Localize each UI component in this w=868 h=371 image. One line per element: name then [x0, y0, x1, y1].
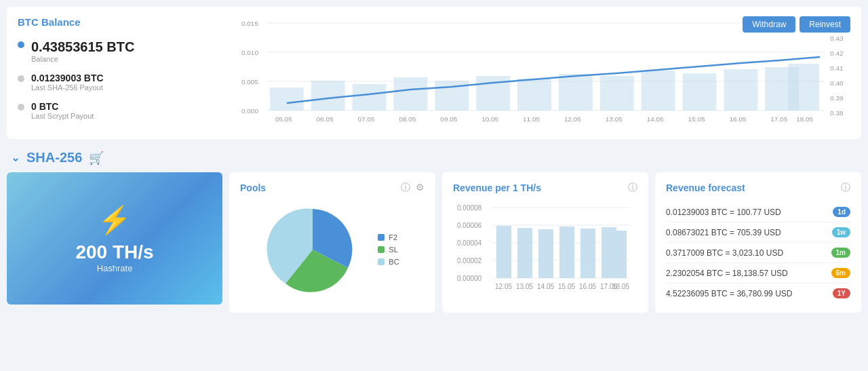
pie-legend: F2 SL BC — [378, 233, 399, 266]
revenue-th-panel: Revenue per 1 TH/s ⓘ 0.00008 0.00006 0.0… — [442, 172, 648, 313]
pools-panel: Pools ⓘ ⚙ — [229, 172, 435, 313]
balance-chart-svg: 0.015 0.010 0.005 0.000 0.44 0.43 0.42 0… — [241, 16, 850, 125]
forecast-item: 0.01239003 BTC = 100.77 USD 1d — [666, 202, 850, 222]
forecast-info-icon[interactable]: ⓘ — [841, 182, 850, 194]
chevron-down-icon[interactable]: ⌄ — [11, 151, 20, 164]
svg-rect-53 — [496, 226, 511, 278]
balance-dot-scrypt — [18, 104, 24, 111]
main-balance-value: 0.43853615 BTC — [31, 39, 134, 55]
pools-icons: ⓘ ⚙ — [401, 182, 425, 194]
forecast-item-text: 0.08673021 BTC = 705.39 USD — [666, 228, 781, 237]
forecast-icons: ⓘ — [841, 182, 850, 194]
svg-text:15.05: 15.05 — [688, 115, 705, 123]
svg-text:0.39: 0.39 — [830, 94, 844, 102]
svg-text:0.42: 0.42 — [830, 50, 844, 57]
svg-text:11.05: 11.05 — [523, 115, 540, 123]
legend-dot-bc — [378, 258, 384, 265]
svg-rect-17 — [353, 84, 387, 111]
svg-rect-23 — [600, 76, 634, 111]
svg-text:0.00006: 0.00006 — [457, 222, 482, 229]
legend-dot-f2 — [378, 234, 384, 241]
svg-rect-25 — [683, 73, 717, 111]
forecast-item-badge: 1m — [831, 248, 850, 258]
forecast-item: 0.08673021 BTC = 705.39 USD 1w — [666, 222, 850, 243]
forecast-items: 0.01239003 BTC = 100.77 USD 1d 0.0867302… — [666, 202, 850, 303]
pools-info-icon[interactable]: ⓘ — [401, 182, 410, 194]
forecast-item-badge: 1d — [833, 207, 850, 217]
revenue-th-info-icon[interactable]: ⓘ — [628, 182, 637, 194]
svg-text:16.05: 16.05 — [729, 115, 746, 123]
forecast-item-badge: 6m — [831, 268, 850, 278]
svg-text:0.38: 0.38 — [830, 109, 844, 117]
btc-balance-card: BTC Balance 0.43853615 BTC Balance 0.012… — [7, 7, 861, 139]
legend-label-bc: BC — [389, 258, 399, 266]
scrypt-payout-label: Last Scrypt Payout — [31, 112, 94, 120]
forecast-item-badge: 1w — [832, 227, 850, 237]
balance-dot-main — [18, 41, 24, 48]
svg-text:0.00004: 0.00004 — [457, 239, 482, 247]
svg-text:16.05: 16.05 — [579, 283, 596, 290]
withdraw-button[interactable]: Withdraw — [743, 16, 795, 33]
svg-text:10.05: 10.05 — [481, 115, 498, 123]
revenue-th-title: Revenue per 1 TH/s — [453, 182, 541, 193]
legend-label-sl: SL — [389, 246, 397, 254]
svg-rect-21 — [517, 79, 551, 111]
bottom-panels: ⚡ 200 TH/s Hashrate Pools ⓘ ⚙ — [7, 172, 861, 313]
svg-text:17.05: 17.05 — [770, 115, 787, 123]
forecast-item-text: 0.3717009 BTC = 3,023.10 USD — [666, 248, 783, 258]
svg-text:18.05: 18.05 — [612, 283, 629, 290]
svg-text:0.000: 0.000 — [241, 107, 258, 115]
svg-text:08.05: 08.05 — [399, 115, 416, 123]
svg-text:05.05: 05.05 — [275, 115, 292, 123]
legend-f2: F2 — [378, 233, 399, 241]
sha256-section-header: ⌄ SHA-256 🛒 — [0, 146, 868, 172]
sha256-payout-value: 0.01239003 BTC — [31, 73, 104, 83]
sha256-payout-label: Last SHA-256 Payout — [31, 83, 104, 92]
svg-text:12.05: 12.05 — [495, 283, 512, 290]
pools-content: F2 SL BC — [240, 202, 425, 297]
hashrate-value: 200 TH/s — [75, 241, 153, 263]
btc-balance-title: BTC Balance — [18, 16, 81, 28]
legend-label-f2: F2 — [389, 233, 397, 241]
revenue-th-chart: 0.00008 0.00006 0.00004 0.00002 0.00000 — [453, 202, 637, 297]
sha256-label: SHA-256 — [26, 150, 82, 165]
svg-text:0.40: 0.40 — [830, 79, 844, 87]
svg-rect-54 — [517, 228, 532, 278]
svg-text:0.43: 0.43 — [830, 35, 844, 42]
svg-text:15.05: 15.05 — [558, 283, 575, 290]
svg-rect-16 — [311, 81, 345, 111]
forecast-title: Revenue forecast — [666, 182, 745, 193]
svg-text:0.015: 0.015 — [241, 20, 258, 27]
svg-rect-15 — [270, 87, 304, 111]
svg-rect-59 — [613, 231, 627, 278]
svg-text:06.05: 06.05 — [317, 115, 334, 123]
forecast-item-badge: 1Y — [833, 288, 850, 298]
pools-pie-chart — [265, 202, 360, 297]
svg-text:0.00008: 0.00008 — [457, 204, 482, 212]
balance-chart: 0.015 0.010 0.005 0.000 0.44 0.43 0.42 0… — [228, 16, 850, 130]
svg-rect-26 — [724, 69, 757, 111]
svg-rect-56 — [559, 227, 574, 278]
cart-icon[interactable]: 🛒 — [89, 151, 104, 165]
forecast-item: 4.52236095 BTC = 36,780.99 USD 1Y — [666, 284, 850, 303]
svg-text:18.05: 18.05 — [796, 115, 813, 123]
svg-rect-55 — [538, 229, 553, 278]
svg-text:0.00002: 0.00002 — [457, 257, 482, 265]
svg-rect-24 — [642, 71, 675, 111]
main-balance-label: Balance — [31, 55, 134, 63]
svg-text:0.010: 0.010 — [241, 49, 258, 56]
pools-settings-icon[interactable]: ⚙ — [416, 182, 425, 194]
svg-text:14.05: 14.05 — [537, 283, 554, 290]
legend-bc: BC — [378, 258, 399, 266]
reinvest-button[interactable]: Reinvest — [800, 16, 850, 33]
scrypt-payout-value: 0 BTC — [31, 101, 94, 112]
balance-dot-sha256 — [18, 75, 24, 82]
svg-rect-18 — [394, 77, 428, 111]
pools-title: Pools — [240, 182, 266, 193]
lightning-icon: ⚡ — [98, 204, 132, 236]
forecast-item-text: 0.01239003 BTC = 100.77 USD — [666, 208, 781, 217]
svg-rect-57 — [580, 229, 595, 278]
svg-text:12.05: 12.05 — [564, 115, 581, 123]
forecast-item-text: 4.52236095 BTC = 36,780.99 USD — [666, 289, 792, 298]
svg-rect-22 — [559, 74, 593, 111]
